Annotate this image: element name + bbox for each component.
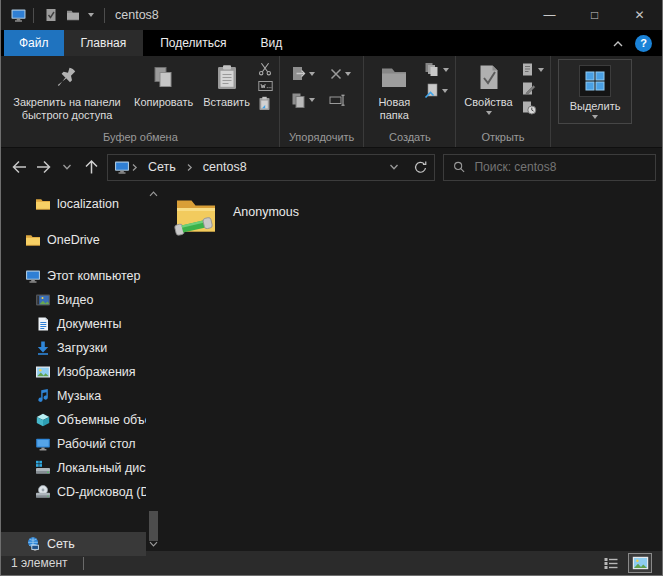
sidebar-item-label: Объемные объекты <box>57 413 146 427</box>
scroll-up-button[interactable] <box>146 186 161 201</box>
create-small-buttons <box>421 57 452 99</box>
tab-share[interactable]: Поделиться <box>143 30 243 56</box>
sidebar-item-downloads[interactable]: Загрузки <box>1 336 146 360</box>
sidebar-item-this-pc[interactable]: Этот компьютер <box>1 264 146 288</box>
pin-to-quick-access-button[interactable]: Закрепить на панели быстрого доступа <box>5 57 129 123</box>
file-list: Anonymous <box>161 186 662 551</box>
titlebar-separator <box>104 8 105 23</box>
properties-button[interactable]: Свойства <box>459 57 517 117</box>
sidebar-item-label: OneDrive <box>47 233 100 247</box>
status-separator <box>83 557 84 570</box>
sidebar-item-cd-drive-d[interactable]: CD-дисковод (D:) <box>1 480 146 504</box>
address-dropdown-button[interactable] <box>382 155 406 179</box>
sidebar-item-localization[interactable]: localization <box>1 192 146 216</box>
cut-button[interactable] <box>257 62 274 76</box>
qat-new-folder-button[interactable] <box>62 6 84 24</box>
chevron-up-icon <box>149 191 158 197</box>
sidebar-item-music[interactable]: Музыка <box>1 384 146 408</box>
breadcrumb-centos8[interactable]: centos8 <box>194 160 256 174</box>
view-switcher <box>599 553 652 573</box>
breadcrumb-network[interactable]: Сеть <box>139 160 185 174</box>
address-bar[interactable]: Сеть centos8 <box>107 154 435 181</box>
easy-access-icon <box>424 82 440 99</box>
collapse-ribbon-button[interactable] <box>612 39 624 48</box>
network-icon <box>25 536 41 552</box>
select-grid-icon <box>579 65 611 97</box>
minimize-button[interactable]: — <box>527 0 572 30</box>
hard-drive-icon <box>35 460 51 476</box>
tab-home[interactable]: Главная <box>64 30 144 56</box>
pin-icon <box>54 62 80 93</box>
up-button[interactable] <box>79 154 103 180</box>
download-arrow-icon <box>35 340 51 356</box>
move-to-button[interactable] <box>290 65 316 82</box>
sidebar-item-documents[interactable]: Документы <box>1 312 146 336</box>
sidebar-scrollbar[interactable] <box>146 186 161 551</box>
close-button[interactable]: ✕ <box>617 0 662 30</box>
paste-shortcut-button[interactable] <box>257 96 274 111</box>
search-box[interactable] <box>443 154 656 181</box>
sidebar-item-pictures[interactable]: Изображения <box>1 360 146 384</box>
copy-to-button[interactable] <box>290 92 316 108</box>
desktop-icon <box>35 436 51 452</box>
back-arrow-icon <box>10 158 29 176</box>
copy-path-button[interactable] <box>257 80 274 92</box>
dropdown-caret-icon <box>88 13 94 17</box>
chevron-up-icon <box>612 39 624 48</box>
rename-button[interactable] <box>328 92 352 108</box>
maximize-button[interactable]: □ <box>572 0 617 30</box>
new-item-button[interactable] <box>423 62 450 78</box>
forward-button[interactable] <box>31 154 55 180</box>
file-item-anonymous[interactable]: Anonymous <box>171 191 401 241</box>
open-button[interactable] <box>520 62 545 77</box>
computer-window-icon <box>10 7 27 23</box>
qat-properties-button[interactable] <box>40 6 62 24</box>
open-group-label: Открыть <box>459 131 546 147</box>
dropdown-caret-icon <box>442 89 448 93</box>
tab-view[interactable]: Вид <box>243 30 299 56</box>
details-view-button[interactable] <box>599 553 623 573</box>
create-group-label: Создать <box>367 131 452 147</box>
easy-access-button[interactable] <box>423 82 450 99</box>
sidebar-item-network[interactable]: Сеть <box>1 532 146 556</box>
help-button[interactable]: ? <box>635 35 652 52</box>
sidebar-item-local-disk-c[interactable]: Локальный диск (C:) <box>1 456 146 480</box>
delete-button[interactable] <box>328 65 352 82</box>
history-button[interactable] <box>520 100 545 115</box>
refresh-button[interactable] <box>408 155 432 179</box>
sidebar-item-desktop[interactable]: Рабочий стол <box>1 432 146 456</box>
edit-button[interactable] <box>520 81 545 96</box>
thumbnails-view-button[interactable] <box>628 553 652 573</box>
qat-customize-caret-button[interactable] <box>84 11 98 19</box>
copy-button[interactable]: Копировать <box>129 57 198 111</box>
dropdown-caret-icon <box>309 98 315 102</box>
file-name: Anonymous <box>233 205 299 240</box>
sidebar-item-3d-objects[interactable]: Объемные объекты <box>1 408 146 432</box>
recent-locations-button[interactable] <box>55 154 79 180</box>
sidebar-item-label: Документы <box>57 317 121 331</box>
dropdown-caret-icon <box>443 68 449 72</box>
dropdown-caret-icon <box>345 72 351 76</box>
search-input[interactable] <box>474 160 646 174</box>
main-area: localization OneDrive Этот компьютер Вид… <box>1 186 662 551</box>
scrollbar-thumb[interactable] <box>149 511 158 541</box>
sidebar-item-label: localization <box>57 197 119 211</box>
sidebar-item-videos[interactable]: Видео <box>1 288 146 312</box>
copy-icon <box>151 62 177 93</box>
paste-button[interactable]: Вставить <box>198 57 255 111</box>
new-folder-button[interactable]: Новая папка <box>367 57 421 123</box>
back-button[interactable] <box>7 154 31 180</box>
tabstrip-right-controls: ? <box>612 30 662 56</box>
tab-file[interactable]: Файл <box>4 30 64 56</box>
title-bar: centos8 — □ ✕ <box>1 0 662 30</box>
sidebar-item-onedrive[interactable]: OneDrive <box>1 228 146 252</box>
navigation-pane: localization OneDrive Этот компьютер Вид… <box>1 186 161 551</box>
titlebar-separator <box>33 8 34 23</box>
edit-pencil-icon <box>521 81 536 96</box>
select-button[interactable]: Выделить <box>558 59 633 124</box>
delete-x-icon <box>329 67 343 81</box>
copy-path-icon <box>258 80 273 92</box>
ribbon-group-select: Выделить <box>551 56 638 147</box>
explorer-window: centos8 — □ ✕ Файл Главная Поделиться Ви… <box>0 0 663 576</box>
sidebar-item-label: Локальный диск (C:) <box>57 461 146 475</box>
